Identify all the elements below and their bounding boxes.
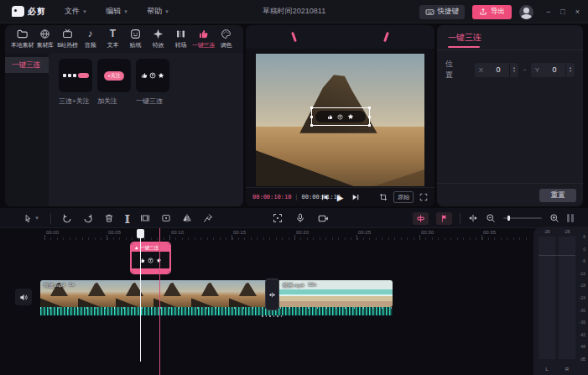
thumb-up-icon: [134, 246, 138, 250]
microphone-button[interactable]: [295, 213, 305, 223]
tab-local-media[interactable]: 本地素材: [11, 29, 34, 49]
fullscreen-icon[interactable]: [419, 193, 428, 201]
menu-help[interactable]: 帮助▼: [147, 6, 169, 17]
undo-button[interactable]: [62, 213, 72, 223]
audio-waveform[interactable]: [40, 307, 393, 315]
timeline-toolbar: ▼ ][: [0, 208, 588, 228]
y-stepper[interactable]: ▲ ▼: [565, 63, 575, 77]
shortcuts-button[interactable]: 快捷键: [419, 5, 466, 19]
select-tool-button[interactable]: ▼: [23, 214, 39, 223]
sticker-track-clip[interactable]: 一键三连: [130, 242, 171, 274]
sticker-card-triple-plus-follow[interactable]: [59, 59, 92, 92]
previous-frame-button[interactable]: [320, 193, 329, 201]
x-stepper[interactable]: ▲ ▼: [509, 63, 518, 77]
sticker-card-follow[interactable]: +关注: [97, 59, 131, 92]
tab-effects[interactable]: 特效: [147, 29, 169, 49]
app-logo-text: 必剪: [28, 6, 46, 18]
tab-bilibili-trending[interactable]: B站热榜: [56, 29, 79, 49]
slider-handle[interactable]: [507, 216, 510, 221]
thumb-up-icon: [327, 114, 333, 120]
play-button[interactable]: ▶: [337, 193, 344, 202]
flag-marker-button[interactable]: [436, 212, 452, 225]
tab-asset-library[interactable]: 素材库: [34, 29, 56, 49]
sticker-card-triple-like[interactable]: [136, 59, 169, 92]
aspect-ratio-select[interactable]: 原始: [393, 191, 414, 203]
speaker-icon: [19, 293, 29, 302]
triple-like-sticker: [315, 111, 366, 122]
resize-handle[interactable]: [310, 124, 313, 127]
folder-icon: [17, 29, 28, 39]
tab-text[interactable]: T 文本: [101, 29, 124, 49]
playhead-handle[interactable]: [137, 229, 144, 238]
sticker-overlay[interactable]: [311, 107, 370, 126]
ruler-tick-label: 00:05: [108, 230, 121, 235]
clip-2-label: 横屏.mp432s: [283, 282, 316, 289]
library-body: 一键三连 三连+关注 +关注 加关注: [5, 53, 243, 206]
video-thumbnail: [355, 280, 393, 307]
user-avatar[interactable]: [519, 5, 533, 19]
thumb-up-icon: [198, 29, 209, 39]
tab-audio[interactable]: ♪ 音频: [79, 29, 101, 49]
transition-marker[interactable]: [265, 279, 279, 310]
video-thumbnail: [78, 280, 116, 307]
resize-handle[interactable]: [368, 107, 371, 109]
crop-tool-button[interactable]: [140, 213, 150, 223]
beat-marker-button[interactable]: [413, 212, 429, 225]
redo-button[interactable]: [83, 213, 93, 223]
pin-button[interactable]: [203, 213, 213, 223]
menu-bar: 文件▼ 编辑▼ 帮助▼: [65, 6, 169, 17]
window-close-button[interactable]: ×: [575, 8, 580, 16]
resize-handle[interactable]: [310, 116, 313, 118]
resize-handle[interactable]: [368, 116, 371, 118]
chevron-down-icon: ▼: [164, 9, 169, 14]
transform-button[interactable]: [273, 213, 283, 223]
reset-button[interactable]: 重置: [539, 189, 576, 202]
delete-button[interactable]: [104, 213, 114, 223]
stepper-down-icon[interactable]: ▼: [569, 70, 572, 73]
export-button[interactable]: 导出: [472, 5, 512, 19]
video-viewport[interactable]: [256, 54, 424, 186]
right-channel-label: R: [559, 367, 575, 372]
preview-header: [246, 25, 434, 49]
position-y-input[interactable]: Y 0 ▲ ▼: [531, 63, 575, 77]
window-maximize-button[interactable]: □: [560, 8, 565, 16]
zoom-in-button[interactable]: [549, 213, 559, 223]
stepper-down-icon[interactable]: ▼: [513, 70, 516, 73]
split-button[interactable]: ][: [125, 214, 129, 223]
media-library-panel: 本地素材 素材库 B站热榜 ♪ 音频 T 文本 贴纸: [5, 25, 243, 206]
inspector-footer: 重置: [437, 183, 583, 206]
menu-file[interactable]: 文件▼: [65, 6, 87, 17]
ruler-tick-label: 00:15: [233, 230, 246, 235]
divider: [50, 213, 51, 224]
record-screen-button[interactable]: [318, 213, 329, 224]
preview-panel: 00:00:10:10 | 00:00:01:10 ▶ 原始: [246, 25, 434, 206]
inspector-tab-triple-like[interactable]: 一键三连: [448, 32, 481, 44]
globe-icon: [39, 29, 50, 39]
zoom-out-button[interactable]: [486, 213, 496, 223]
track-height-button[interactable]: [567, 214, 574, 222]
freeze-frame-button[interactable]: [161, 213, 171, 223]
track-mute-button[interactable]: [15, 289, 32, 305]
ruler-tick-label: 00:25: [358, 230, 371, 235]
crop-icon[interactable]: [379, 193, 388, 201]
category-triple-like[interactable]: 一键三连: [5, 57, 49, 73]
menu-edit[interactable]: 编辑▼: [106, 6, 128, 17]
next-frame-button[interactable]: [351, 193, 360, 201]
position-x-input[interactable]: X 0 ▲ ▼: [475, 63, 518, 77]
coin-icon: [148, 258, 154, 263]
resize-handle[interactable]: [310, 107, 313, 109]
mirror-flip-button[interactable]: [182, 213, 192, 223]
window-minimize-button[interactable]: −: [546, 8, 550, 16]
tab-triple-like[interactable]: 一键三连: [192, 29, 215, 49]
position-label: 位置: [445, 59, 460, 81]
resize-handle[interactable]: [368, 124, 371, 127]
star-mini-icon: [73, 74, 76, 77]
transport-controls: ▶: [320, 193, 361, 202]
tab-sticker[interactable]: 贴纸: [124, 29, 147, 49]
snap-toggle-button[interactable]: [468, 213, 478, 223]
video-thumbnail: [116, 280, 154, 307]
library-cards: 三连+关注 +关注 加关注 一键三连: [49, 53, 243, 206]
timeline-zoom-slider[interactable]: [503, 217, 542, 219]
tab-transition[interactable]: 转场: [169, 29, 192, 49]
tab-color-grading[interactable]: 调色: [215, 29, 237, 49]
